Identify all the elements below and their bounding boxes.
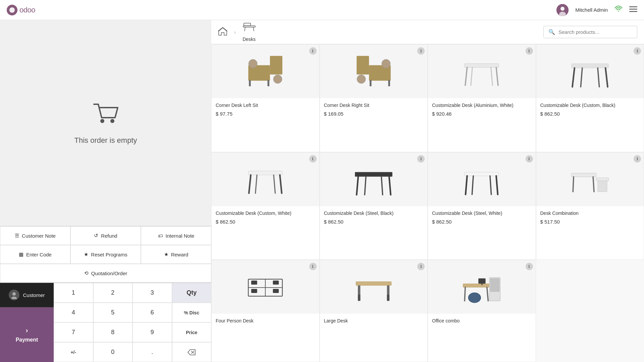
svg-rect-5 <box>629 6 637 7</box>
svg-rect-50 <box>465 172 499 176</box>
product-details-corner-right: Corner Desk Right Sit $ 169.05 <box>320 98 428 152</box>
enter-code-button[interactable]: ▦ Enter Code <box>0 245 70 264</box>
hamburger-menu-icon[interactable] <box>629 5 637 15</box>
price-button[interactable]: Price <box>172 322 212 342</box>
product-card-four-person[interactable]: ℹ Four Person Desk <box>211 260 320 362</box>
star-reset-icon: ★ <box>84 251 88 257</box>
num-0-button[interactable]: 0 <box>93 342 133 362</box>
product-card-custom-white[interactable]: ℹ Customizable Desk (Custom, White) $ 86… <box>211 152 320 260</box>
svg-point-23 <box>273 75 282 83</box>
num-9-button[interactable]: 9 <box>132 322 172 342</box>
product-card-desk-combination[interactable]: ℹ Desk Combination $ 517.50 <box>536 152 644 260</box>
product-info-icon-4[interactable]: ℹ <box>634 47 641 55</box>
internal-note-label: Internal Note <box>166 233 195 239</box>
svg-line-80 <box>487 287 488 301</box>
num-4-button[interactable]: 4 <box>54 303 93 322</box>
product-details-corner-left: Corner Desk Left Sit $ 97.75 <box>212 98 319 152</box>
order-area: This order is empty <box>0 20 211 226</box>
product-image-corner-right: ℹ <box>320 45 428 98</box>
steel-white-desk-svg <box>462 159 502 199</box>
num-2-button[interactable]: 2 <box>93 283 133 303</box>
product-price-corner-right: $ 169.05 <box>324 111 424 117</box>
person-icon <box>10 291 18 299</box>
search-area: 🔍 <box>543 26 637 38</box>
svg-rect-75 <box>490 286 499 292</box>
search-input[interactable] <box>558 29 632 35</box>
product-info-icon-9[interactable]: ℹ <box>309 263 317 270</box>
product-info-icon-10[interactable]: ℹ <box>417 263 425 270</box>
breadcrumb-chevron-icon: › <box>234 29 236 35</box>
large-desk-svg <box>354 267 394 307</box>
desk-category-svg <box>243 22 256 34</box>
svg-line-36 <box>572 68 574 87</box>
disc-button[interactable]: % Disc <box>172 303 212 322</box>
product-info-icon[interactable]: ℹ <box>309 47 317 55</box>
num-7-button[interactable]: 7 <box>54 322 93 342</box>
product-info-icon-5[interactable]: ℹ <box>309 155 317 163</box>
svg-line-32 <box>496 67 498 85</box>
product-details-desk-combo: Desk Combination $ 517.50 <box>536 206 644 260</box>
wifi-svg <box>614 5 623 13</box>
search-icon: 🔍 <box>548 29 555 35</box>
product-card-steel-white[interactable]: ℹ Customizable Desk (Steel, White) $ 862… <box>428 152 536 260</box>
product-card-steel-black[interactable]: ℹ Customizable Desk (Steel, Black) $ 862… <box>320 152 428 260</box>
num-8-button[interactable]: 8 <box>93 322 133 342</box>
qty-button[interactable]: Qty <box>172 283 212 303</box>
desks-category-button[interactable]: Desks <box>243 22 256 42</box>
svg-line-39 <box>598 68 599 87</box>
product-info-icon-3[interactable]: ℹ <box>526 47 533 55</box>
svg-point-4 <box>618 11 619 12</box>
cart-svg <box>92 102 119 126</box>
product-name-custom-white: Customizable Desk (Custom, White) <box>216 210 315 216</box>
product-card-corner-desk-right[interactable]: ℹ Corner Desk Right Sit $ 169.05 <box>320 44 428 152</box>
refund-button[interactable]: ↺ Refund <box>70 226 141 245</box>
product-price-alu-white: $ 920.46 <box>432 111 532 117</box>
product-info-icon-8[interactable]: ℹ <box>634 155 641 163</box>
backspace-icon <box>187 349 196 355</box>
product-card-aluminium-white[interactable]: ℹ Customizable Desk (Aluminium, White) $… <box>428 44 536 152</box>
product-image-steel-black: ℹ <box>320 153 428 206</box>
reset-programs-button[interactable]: ★ Reset Programs <box>70 245 141 264</box>
svg-rect-20 <box>249 80 251 86</box>
odoo-logo: odoo <box>7 5 35 15</box>
backspace-button[interactable] <box>172 342 212 362</box>
header-left: odoo <box>7 5 35 15</box>
product-image-desk-combo: ℹ <box>536 153 644 206</box>
steel-black-desk-svg <box>354 159 394 199</box>
svg-line-47 <box>389 176 391 194</box>
product-info-icon-2[interactable]: ℹ <box>417 47 425 55</box>
product-image-steel-white: ℹ <box>428 153 536 206</box>
svg-line-54 <box>490 176 491 194</box>
customer-button[interactable]: Customer <box>0 283 54 307</box>
custom-black-desk-svg <box>570 51 610 92</box>
decimal-button[interactable]: . <box>132 342 172 362</box>
svg-rect-66 <box>273 289 279 293</box>
svg-line-17 <box>253 27 254 31</box>
num-1-button[interactable]: 1 <box>54 283 93 303</box>
num-5-button[interactable]: 5 <box>93 303 133 322</box>
home-button[interactable] <box>218 27 227 38</box>
num-6-button[interactable]: 6 <box>132 303 172 322</box>
product-info-icon-7[interactable]: ℹ <box>526 155 533 163</box>
product-card-custom-black[interactable]: ℹ Customizable Desk (Custom, Black) $ 86… <box>536 44 644 152</box>
internal-note-button[interactable]: 🏷 Internal Note <box>141 226 211 245</box>
payment-button[interactable]: › Payment <box>0 307 54 362</box>
svg-line-59 <box>593 177 594 191</box>
product-card-office-combo[interactable]: ℹ <box>428 260 536 362</box>
num-3-button[interactable]: 3 <box>132 283 172 303</box>
refund-icon: ↺ <box>94 233 98 239</box>
empty-order-text: This order is empty <box>74 136 137 145</box>
desk-combination-svg <box>570 159 610 199</box>
product-info-icon-11[interactable]: ℹ <box>526 263 533 270</box>
quotation-order-button[interactable]: ⟲ Quotation/Order <box>0 264 211 283</box>
product-info-icon-6[interactable]: ℹ <box>417 155 425 163</box>
customer-note-button[interactable]: ☰ Customer Note <box>0 226 70 245</box>
product-card-large-desk[interactable]: ℹ Large Desk <box>320 260 428 362</box>
product-price-steel-black: $ 862.50 <box>324 219 424 225</box>
empty-product-cell <box>536 260 644 362</box>
odoo-circle-icon <box>9 7 15 13</box>
plusminus-button[interactable]: +/- <box>54 342 93 362</box>
reward-button[interactable]: ★ Reward <box>141 245 211 264</box>
product-card-corner-desk-left[interactable]: ℹ Corner Desk Left S <box>211 44 320 152</box>
svg-rect-78 <box>481 284 483 285</box>
